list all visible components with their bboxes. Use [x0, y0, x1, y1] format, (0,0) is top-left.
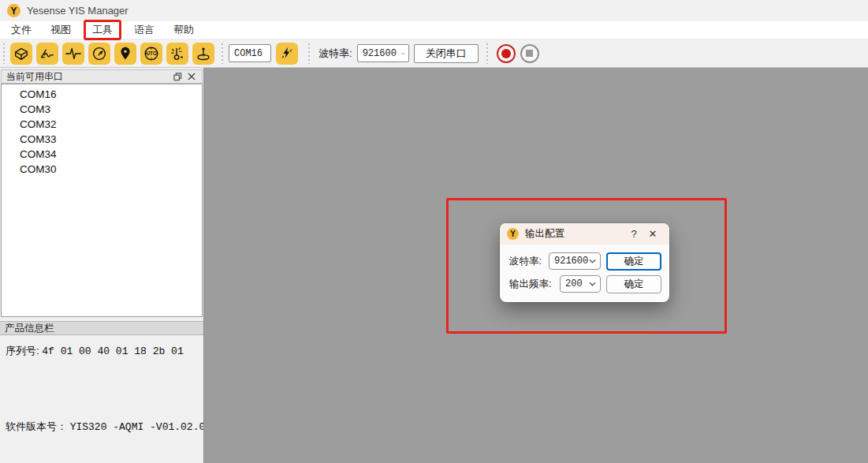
stop-button[interactable]: [520, 44, 539, 63]
app-logo-icon: Y: [7, 4, 20, 17]
angle-waveform-icon[interactable]: [36, 43, 58, 65]
dialog-output-rate-value: 200: [565, 278, 583, 289]
port-list-item[interactable]: COM34: [2, 147, 202, 162]
dock-title: 当前可用串口: [6, 70, 63, 84]
port-select-value: COM16: [234, 48, 263, 59]
toolbar-drag-handle[interactable]: [3, 43, 8, 64]
float-panel-icon[interactable]: [170, 71, 184, 83]
record-icon: [501, 49, 511, 58]
baud-ok-button[interactable]: 确定: [606, 252, 661, 271]
serial-port-dock-panel: 当前可用串口 COM16 COM3 COM32 COM33 COM34 COM3…: [0, 68, 203, 463]
toolbar-drag-handle[interactable]: [486, 43, 491, 64]
dialog-output-rate-label: 输出频率:: [509, 278, 551, 291]
thermometer-icon[interactable]: [166, 43, 188, 65]
menu-help[interactable]: 帮助: [166, 21, 202, 39]
cube-3d-icon[interactable]: [10, 43, 32, 65]
pulse-waveform-icon[interactable]: [62, 43, 84, 65]
toolbar-drag-handle[interactable]: [222, 43, 226, 64]
window-title: Yesense YIS Manager: [27, 5, 129, 17]
pressure-sensor-icon[interactable]: [192, 43, 214, 65]
dialog-title-bar[interactable]: Y 输出配置 ? ✕: [500, 223, 669, 245]
close-serial-port-button[interactable]: 关闭串口: [414, 44, 479, 63]
gauge-icon[interactable]: [88, 43, 110, 65]
baud-select[interactable]: 921600: [357, 44, 409, 62]
app-window: Y Yesense YIS Manager 文件 视图 工具 语言 帮助: [0, 0, 868, 463]
dialog-title: 输出配置: [525, 227, 564, 241]
dialog-close-icon[interactable]: ✕: [643, 228, 663, 240]
available-port-list: COM16 COM3 COM32 COM33 COM34 COM30: [1, 84, 203, 317]
toolbar: UTC COM16 波特: [0, 39, 868, 68]
main-workspace: Y 输出配置 ? ✕ 波特率: 921600 确定 输出频率:: [203, 68, 868, 463]
dialog-baud-select[interactable]: 921600: [549, 252, 601, 270]
port-list-item[interactable]: COM33: [2, 132, 202, 147]
stop-icon: [526, 50, 533, 57]
baud-rate-row: 波特率: 921600 确定: [509, 252, 661, 270]
record-button[interactable]: [497, 44, 516, 63]
dialog-baud-label: 波特率:: [509, 255, 542, 268]
dock-header: 当前可用串口: [1, 69, 203, 84]
menu-language[interactable]: 语言: [126, 21, 162, 39]
chevron-down-icon: [589, 259, 596, 263]
title-bar: Y Yesense YIS Manager: [0, 0, 868, 21]
product-info-header: 产品信息栏: [0, 321, 203, 335]
software-version-label: 软件版本号：: [6, 420, 67, 432]
chevron-down-icon: [589, 282, 596, 286]
port-list-item[interactable]: COM16: [2, 87, 202, 102]
serial-number-label: 序列号:: [6, 345, 39, 357]
software-version-value: YIS320 -AQMI -V01.02.03;: [70, 421, 218, 433]
dialog-app-logo-icon: Y: [507, 228, 519, 240]
serial-number-line: 序列号: 4f 01 00 40 01 18 2b 01: [6, 344, 202, 358]
output-rate-ok-button[interactable]: 确定: [606, 275, 661, 293]
dialog-help-button[interactable]: ?: [625, 228, 643, 240]
port-select[interactable]: COM16: [229, 44, 271, 62]
close-panel-icon[interactable]: [184, 71, 199, 83]
menu-tools[interactable]: 工具: [84, 20, 121, 40]
menu-file[interactable]: 文件: [3, 21, 39, 39]
port-list-item[interactable]: COM3: [2, 102, 202, 117]
baud-rate-label: 波特率:: [319, 47, 352, 61]
output-config-dialog: Y 输出配置 ? ✕ 波特率: 921600 确定 输出频率:: [500, 223, 669, 302]
dialog-baud-value: 921600: [554, 256, 588, 267]
toolbar-drag-handle[interactable]: [308, 43, 313, 64]
port-list-item[interactable]: COM32: [2, 117, 202, 132]
utc-clock-icon[interactable]: UTC: [140, 43, 162, 65]
output-rate-row: 输出频率: 200 确定: [509, 275, 661, 293]
software-version-line: 软件版本号： YIS320 -AQMI -V01.02.03;: [6, 420, 202, 434]
chevron-down-icon: [401, 51, 405, 56]
refresh-ports-button[interactable]: [276, 43, 298, 65]
port-list-item[interactable]: COM30: [2, 162, 202, 177]
dialog-output-rate-select[interactable]: 200: [560, 275, 601, 293]
serial-number-value: 4f 01 00 40 01 18 2b 01: [42, 345, 183, 357]
menu-view[interactable]: 视图: [43, 21, 79, 39]
location-pin-icon[interactable]: [114, 43, 136, 65]
window-body: 当前可用串口 COM16 COM3 COM32 COM33 COM34 COM3…: [0, 68, 868, 463]
refresh-bolts-icon: [279, 46, 295, 62]
menu-bar: 文件 视图 工具 语言 帮助: [0, 21, 868, 39]
baud-select-value: 921600: [363, 48, 397, 59]
svg-text:UTC: UTC: [146, 50, 157, 56]
